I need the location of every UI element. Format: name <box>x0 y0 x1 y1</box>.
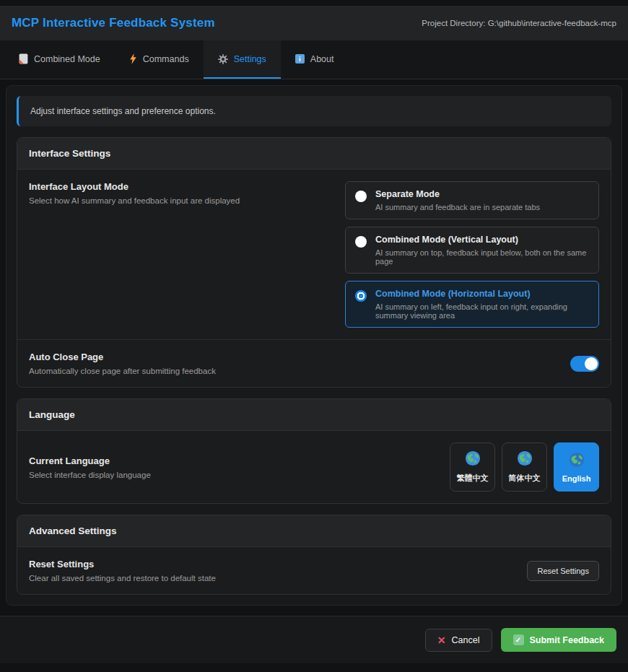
tab-commands[interactable]: Commands <box>115 40 204 79</box>
option-description: AI summary on left, feedback input on ri… <box>375 302 589 320</box>
document-icon <box>19 53 28 64</box>
auto-close-toggle[interactable] <box>570 356 599 372</box>
tab-label: Commands <box>143 54 189 64</box>
info-banner-text: Adjust interface settings and preference… <box>30 106 216 116</box>
app-title: MCP Interactive Feedback System <box>12 16 215 30</box>
globe-icon <box>465 450 481 468</box>
option-title: Separate Mode <box>375 189 540 199</box>
globe-icon <box>517 450 533 468</box>
settings-panel: Adjust interface settings and preference… <box>6 85 622 606</box>
language-button-simplified-chinese[interactable]: 简体中文 <box>502 442 547 492</box>
app-header: MCP Interactive Feedback System Project … <box>0 6 628 40</box>
submit-feedback-button[interactable]: ✓ Submit Feedback <box>501 628 617 652</box>
tab-bar: Combined Mode Commands Settings i About <box>0 40 628 79</box>
auto-close-description: Automatically close page after submittin… <box>29 367 216 375</box>
x-icon: ✕ <box>437 635 446 645</box>
language-options: 繁體中文 简体中文 English <box>450 442 599 492</box>
language-title: Language <box>17 399 611 431</box>
reset-settings-description: Clear all saved settings and restore to … <box>29 574 216 582</box>
option-text: Separate Mode AI summary and feedback ar… <box>375 189 540 211</box>
language-card: Language Current Language Select interfa… <box>17 398 611 504</box>
option-text: Combined Mode (Horizontal Layout) AI sum… <box>375 289 589 320</box>
toggle-knob <box>585 357 598 370</box>
language-label: English <box>562 474 591 483</box>
cancel-button[interactable]: ✕ Cancel <box>425 629 492 652</box>
tab-combined-mode[interactable]: Combined Mode <box>4 40 115 79</box>
layout-mode-text: Interface Layout Mode Select how AI summ… <box>29 181 240 328</box>
advanced-settings-card: Advanced Settings Reset Settings Clear a… <box>17 515 611 595</box>
current-language-row: Current Language Select interface displa… <box>29 442 599 492</box>
interface-settings-title: Interface Settings <box>17 138 611 170</box>
auto-close-text: Auto Close Page Automatically close page… <box>29 352 216 375</box>
check-icon: ✓ <box>513 634 524 645</box>
tab-label: About <box>310 54 334 64</box>
info-banner: Adjust interface settings and preference… <box>17 96 611 126</box>
layout-mode-row: Interface Layout Mode Select how AI summ… <box>29 181 599 328</box>
reset-settings-row: Reset Settings Clear all saved settings … <box>29 559 599 582</box>
layout-mode-title: Interface Layout Mode <box>29 181 240 192</box>
tab-about[interactable]: i About <box>281 40 349 79</box>
option-combined-horizontal[interactable]: Combined Mode (Horizontal Layout) AI sum… <box>345 281 599 328</box>
globe-icon <box>569 452 585 469</box>
reset-settings-text: Reset Settings Clear all saved settings … <box>29 559 216 582</box>
gear-icon <box>218 54 228 64</box>
auto-close-title: Auto Close Page <box>29 352 216 362</box>
option-separate-mode[interactable]: Separate Mode AI summary and feedback ar… <box>345 181 599 219</box>
radio-unchecked-icon[interactable] <box>355 191 367 202</box>
layout-mode-options: Separate Mode AI summary and feedback ar… <box>345 181 599 328</box>
info-icon: i <box>295 54 305 64</box>
advanced-settings-body: Reset Settings Clear all saved settings … <box>17 547 611 594</box>
project-directory-label: Project Directory: G:\github\interactive… <box>422 19 616 27</box>
reset-settings-button[interactable]: Reset Settings <box>527 561 599 581</box>
option-text: Combined Mode (Vertical Layout) AI summa… <box>375 235 589 266</box>
current-language-text: Current Language Select interface displa… <box>29 455 151 479</box>
tab-label: Settings <box>234 54 266 64</box>
cancel-label: Cancel <box>452 635 480 645</box>
language-label: 繁體中文 <box>457 473 489 484</box>
reset-settings-title: Reset Settings <box>29 559 216 570</box>
option-title: Combined Mode (Vertical Layout) <box>375 235 589 245</box>
footer-actions: ✕ Cancel ✓ Submit Feedback <box>0 616 628 663</box>
advanced-settings-title: Advanced Settings <box>17 515 611 547</box>
tab-label: Combined Mode <box>34 54 100 64</box>
auto-close-row: Auto Close Page Automatically close page… <box>29 352 599 375</box>
radio-unchecked-icon[interactable] <box>355 236 367 248</box>
submit-label: Submit Feedback <box>530 635 605 645</box>
radio-checked-icon[interactable] <box>355 290 367 302</box>
tab-settings[interactable]: Settings <box>204 40 281 79</box>
lightning-icon <box>129 53 137 64</box>
interface-settings-body: Interface Layout Mode Select how AI summ… <box>17 170 611 387</box>
layout-mode-description: Select how AI summary and feedback input… <box>29 196 240 205</box>
option-description: AI summary on top, feedback input below,… <box>375 248 589 266</box>
option-combined-vertical[interactable]: Combined Mode (Vertical Layout) AI summa… <box>345 227 599 274</box>
divider <box>17 339 611 340</box>
language-label: 简体中文 <box>509 473 541 484</box>
option-title: Combined Mode (Horizontal Layout) <box>375 289 589 299</box>
interface-settings-card: Interface Settings Interface Layout Mode… <box>17 137 611 388</box>
option-description: AI summary and feedback are in separate … <box>375 203 540 211</box>
language-body: Current Language Select interface displa… <box>17 431 611 503</box>
language-button-english[interactable]: English <box>554 442 599 492</box>
current-language-title: Current Language <box>29 455 151 466</box>
language-button-traditional-chinese[interactable]: 繁體中文 <box>450 442 495 492</box>
current-language-description: Select interface display language <box>29 471 151 479</box>
